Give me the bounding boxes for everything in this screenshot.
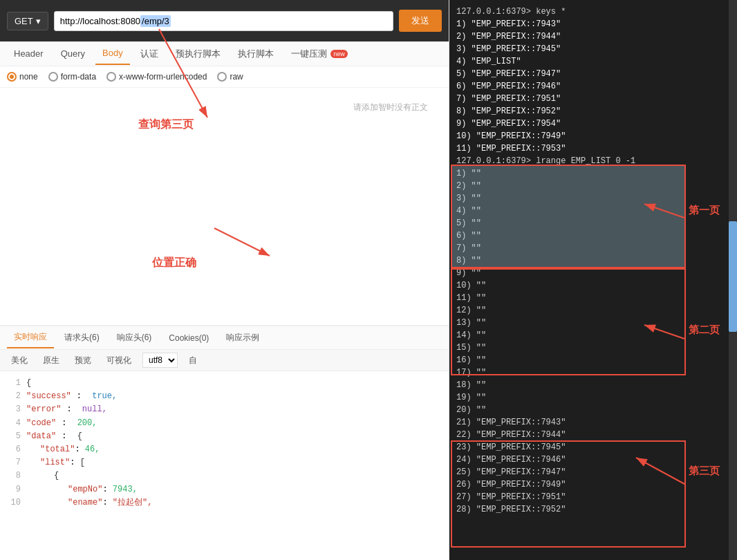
btn-raw[interactable]: 原生 (39, 353, 64, 368)
option-raw-label: raw (230, 72, 243, 82)
terminal-lrange-21: 21) "EMP_PREFIX::7943" (456, 416, 730, 429)
terminal-lrange-8: 8) "" (456, 254, 730, 267)
response-tabs: 实时响应 请求头(6) 响应头(6) Cookies(0) 响应示例 (0, 326, 449, 350)
method-arrow-icon: ▾ (36, 16, 41, 26)
json-line-3: 3 "error": null, (7, 403, 442, 416)
tab-cookies[interactable]: Cookies(0) (162, 329, 216, 347)
tab-body[interactable]: Body (95, 42, 130, 65)
btn-visual[interactable]: 可视化 (102, 353, 136, 368)
terminal-line-9: 9) "EMP_PREFIX::7954" (456, 118, 730, 130)
terminal-scrollbar-thumb[interactable] (729, 221, 737, 332)
terminal-line-7: 7) "EMP_PREFIX::7951" (456, 93, 730, 105)
radio-raw-dot (217, 72, 227, 82)
code-toolbar: 美化 原生 预览 可视化 utf8 自 (0, 350, 449, 371)
tab-badge-new: new (330, 50, 348, 58)
terminal-lrange-10: 10) "" (456, 279, 730, 292)
terminal-lrange-28: 28) "EMP_PREFIX::7952" (456, 503, 730, 516)
option-none[interactable]: none (7, 72, 38, 82)
terminal-lrange-23: 23) "EMP_PREFIX::7945" (456, 441, 730, 454)
tab-pre-script[interactable]: 预执行脚本 (169, 42, 227, 66)
terminal-content: 127.0.0.1:6379> keys * 1) "EMP_PREFIX::7… (449, 0, 737, 521)
option-urlencoded-label: x-www-form-urlencoded (119, 72, 207, 82)
btn-preview[interactable]: 预览 (71, 353, 95, 368)
terminal-panel: 127.0.0.1:6379> keys * 1) "EMP_PREFIX::7… (449, 0, 737, 560)
tab-request-headers[interactable]: 请求头(6) (57, 328, 106, 348)
option-none-label: none (19, 72, 38, 82)
option-raw[interactable]: raw (217, 72, 243, 82)
terminal-lrange-12: 12) "" (456, 304, 730, 317)
url-bar[interactable]: http://localhost:8080/emp/3 (54, 11, 393, 31)
terminal-lrange-3: 3) "" (456, 192, 730, 205)
annotation-page1: 第一页 (689, 204, 720, 220)
terminal-line-3: 3) "EMP_PREFIX::7945" (456, 43, 730, 55)
terminal-line-5: 5) "EMP_PREFIX::7947" (456, 68, 730, 80)
terminal-lrange-15: 15) "" (456, 342, 730, 354)
tab-header[interactable]: Header (7, 43, 50, 64)
request-bar: GET ▾ http://localhost:8080/emp/3 发送 (0, 0, 449, 41)
left-panel: GET ▾ http://localhost:8080/emp/3 发送 Hea… (0, 0, 449, 560)
terminal-lrange-26: 26) "EMP_PREFIX::7949" (456, 478, 730, 491)
btn-beautify[interactable]: 美化 (7, 353, 32, 368)
tab-query[interactable]: Query (54, 43, 92, 64)
radio-urlencoded-dot (106, 72, 116, 82)
json-line-8: 8 { (7, 469, 442, 483)
annotation-page3-right: 第三页 (689, 465, 720, 480)
terminal-line-6: 6) "EMP_PREFIX::7946" (456, 80, 730, 93)
json-line-2: 2 "success": true, (7, 390, 442, 403)
tab-realtime-response[interactable]: 实时响应 (7, 327, 54, 348)
annotation-page2: 第二页 (689, 324, 720, 339)
terminal-lrange-9: 9) "" (456, 267, 730, 279)
tab-post-script[interactable]: 执行脚本 (231, 42, 281, 66)
encoding-select[interactable]: utf8 (142, 353, 178, 368)
tab-auth[interactable]: 认证 (133, 42, 165, 66)
option-urlencoded[interactable]: x-www-form-urlencoded (106, 72, 207, 82)
request-tabs: Header Query Body 认证 预执行脚本 执行脚本 一键压测 new (0, 41, 449, 66)
terminal-lrange-16: 16) "" (456, 354, 730, 366)
terminal-cmd2: 127.0.0.1:6379> lrange EMP_LIST 0 -1 (456, 155, 730, 167)
radio-formdata-dot (48, 72, 58, 82)
terminal-lrange-27: 27) "EMP_PREFIX::7951" (456, 491, 730, 503)
tab-stress[interactable]: 一键压测 new (284, 42, 355, 66)
terminal-lrange-17: 17) "" (456, 366, 730, 379)
terminal-line-11: 11) "EMP_PREFIX::7953" (456, 142, 730, 155)
url-path: /emp/3 (140, 15, 171, 27)
json-line-5: 5 "data": { (7, 430, 442, 443)
json-line-1: 1 { (7, 377, 442, 390)
json-line-10: 10 "ename": "拉起创", (7, 496, 442, 510)
radio-none-dot (7, 72, 17, 82)
terminal-lrange-7: 7) "" (456, 242, 730, 254)
tab-response-example[interactable]: 响应示例 (219, 328, 266, 348)
terminal-lrange-1: 1) "" (456, 167, 730, 180)
terminal-line-8: 8) "EMP_PREFIX::7952" (456, 105, 730, 118)
terminal-lrange-18: 18) "" (456, 379, 730, 391)
terminal-line-2: 2) "EMP_PREFIX::7944" (456, 30, 730, 43)
send-button[interactable]: 发送 (399, 10, 442, 32)
json-line-6: 6 "total": 46, (7, 443, 442, 456)
btn-auto[interactable]: 自 (185, 353, 201, 368)
response-section: 实时响应 请求头(6) 响应头(6) Cookies(0) 响应示例 美化 原生… (0, 325, 449, 560)
terminal-lrange-6: 6) "" (456, 230, 730, 242)
placeholder-text: 请添加智时没有正文 (353, 102, 428, 113)
option-form-data[interactable]: form-data (48, 72, 96, 82)
terminal-line-1: 1) "EMP_PREFIX::7943" (456, 18, 730, 30)
terminal-line-cmd1: 127.0.0.1:6379> keys * (456, 6, 730, 18)
json-line-9: 9 "empNo": 7943, (7, 483, 442, 496)
json-response-display: 1 { 2 "success": true, 3 "error": null, … (0, 371, 449, 560)
terminal-lrange-2: 2) "" (456, 180, 730, 192)
json-line-7: 7 "list": [ (7, 456, 442, 469)
terminal-lrange-11: 11) "" (456, 292, 730, 304)
terminal-lrange-20: 20) "" (456, 404, 730, 416)
terminal-lrange-19: 19) "" (456, 391, 730, 404)
terminal-scrollbar[interactable] (729, 0, 737, 560)
terminal-line-4: 4) "EMP_LIST" (456, 55, 730, 68)
method-label: GET (15, 16, 33, 26)
tab-response-headers[interactable]: 响应头(6) (110, 328, 159, 348)
json-line-4: 4 "code": 200, (7, 417, 442, 430)
terminal-lrange-22: 22) "EMP_PREFIX::7944" (456, 429, 730, 441)
url-text: http://localhost:8080/emp/3 (60, 16, 171, 26)
body-content-area: 请添加智时没有正文 (0, 88, 449, 325)
body-options: none form-data x-www-form-urlencoded raw (0, 66, 449, 88)
option-formdata-label: form-data (61, 72, 96, 82)
terminal-line-10: 10) "EMP_PREFIX::7949" (456, 130, 730, 142)
method-select[interactable]: GET ▾ (7, 12, 48, 30)
